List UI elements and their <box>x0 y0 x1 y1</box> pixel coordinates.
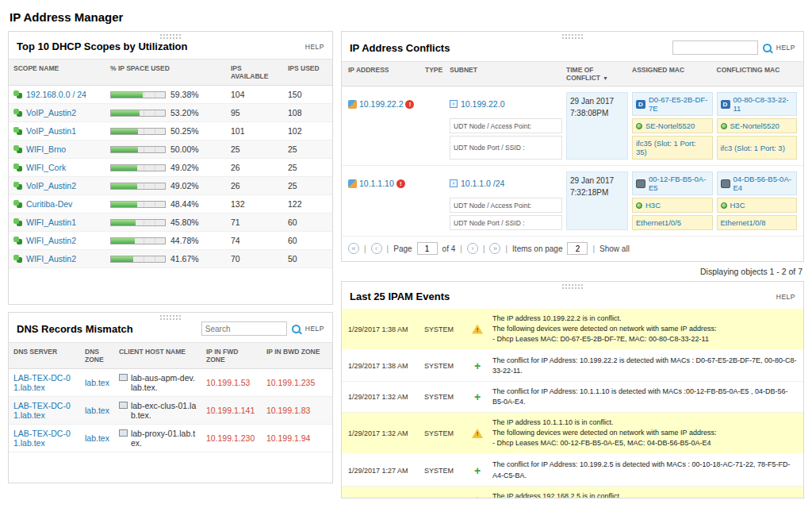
scope-name-link[interactable]: VoIP_Austin1 <box>26 126 76 136</box>
search-input[interactable] <box>201 321 287 336</box>
scope-name-link[interactable]: Curitiba-Dev <box>26 199 72 209</box>
node-up-status-icon <box>636 202 642 209</box>
column-header-assigned-mac[interactable]: ASSIGNED MAC <box>632 66 713 82</box>
dns-server-link[interactable]: LAB-TEX-DC-01.lab.tex <box>13 401 71 420</box>
page-header: IP Address Manager <box>0 0 812 31</box>
ips-available-value: 25 <box>226 140 283 159</box>
column-header-ip-address[interactable]: IP ADDRESS <box>348 66 421 82</box>
assigned-port-link[interactable]: ifc35 (Slot: 1 Port: 35) <box>636 139 709 156</box>
assigned-mac-link[interactable]: 00-12-FB-B5-0A-E5 <box>649 175 709 192</box>
show-all-link[interactable]: Show all <box>599 244 630 253</box>
ips-used-value: 122 <box>283 195 332 214</box>
dns-zone-link[interactable]: lab.tex <box>85 378 109 387</box>
conflict-ip-link[interactable]: 10.1.1.10 <box>359 179 394 188</box>
utilization-percent: 59.38% <box>170 90 199 99</box>
column-header-scope-name[interactable]: SCOPE NAME <box>9 60 105 86</box>
time-of-conflict: 29 Jan 2017 7:32:18PM <box>566 171 628 230</box>
column-header-dns-server[interactable]: DNS SERVER <box>9 343 80 369</box>
ip-address-icon <box>348 100 357 109</box>
conflicting-mac-link[interactable]: 04-DB-56-B5-0A-E4 <box>733 175 794 192</box>
scope-name-link[interactable]: WIFI_Austin1 <box>26 217 76 227</box>
column-header-ips-used[interactable]: IPS USED <box>283 60 332 86</box>
assigned-mac-cell: 00-12-FB-B5-0A-E5 <box>632 171 713 195</box>
column-header-time-of-conflict[interactable]: TIME OF CONFLICT▼ <box>566 66 628 82</box>
scope-name-link[interactable]: VoIP_Austin2 <box>26 181 76 190</box>
ips-used-value: 150 <box>283 86 332 104</box>
items-on-page-label: Items on page <box>512 244 562 253</box>
dns-zone-link[interactable]: lab.tex <box>85 406 109 415</box>
event-row: 1/29/2017 1:27 AM SYSTEM + The conflict … <box>342 455 803 486</box>
conflicting-port-link[interactable]: Ethernet1/0/8 <box>721 218 766 227</box>
scope-name-link[interactable]: WIFI_Brno <box>26 144 66 154</box>
dns-server-link[interactable]: LAB-TEX-DC-01.lab.tex <box>13 373 71 392</box>
first-page-button[interactable] <box>348 243 359 254</box>
drag-handle[interactable] <box>160 315 181 320</box>
ips-available-value: 26 <box>226 177 283 195</box>
utilization-bar <box>110 183 166 190</box>
conflicting-port-link[interactable]: ifc3 (Slot: 1 Port: 3) <box>721 144 785 152</box>
previous-page-button[interactable] <box>371 243 382 254</box>
help-link[interactable]: HELP <box>305 43 324 51</box>
page-number-input[interactable] <box>417 242 438 255</box>
conflicting-node-link[interactable]: SE-Nortel5520 <box>730 121 779 130</box>
subnet-link[interactable]: 10.199.22.0 <box>461 99 504 109</box>
assigned-port-cell: ifc35 (Slot: 1 Port: 35) <box>632 136 713 160</box>
column-header-type[interactable]: TYPE <box>425 66 446 82</box>
drag-handle[interactable] <box>160 34 181 39</box>
assigned-node-link[interactable]: SE-Nortel5520 <box>645 121 695 130</box>
conflicting-mac-link[interactable]: 00-80-C8-33-22-11 <box>733 95 794 113</box>
conflict-time: 7:38:08PM <box>570 107 624 119</box>
utilization-bar <box>110 219 166 226</box>
help-link[interactable]: HELP <box>776 44 795 52</box>
subnet-icon <box>450 100 458 108</box>
utilization-bar <box>110 256 166 263</box>
dns-server-link[interactable]: LAB-TEX-DC-01.lab.tex <box>13 429 71 448</box>
column-header-conflicting-mac[interactable]: CONFLICTING MAC <box>717 66 798 82</box>
udt-port-label: UDT Node Port / SSID : <box>450 136 562 160</box>
subnet-icon <box>450 179 458 187</box>
utilization-bar <box>110 146 166 153</box>
dhcp-scope-row: Curitiba-Dev 48.44% 132 122 <box>9 195 332 214</box>
assigned-port-link[interactable]: Ethernet1/0/5 <box>636 218 681 227</box>
utilization-percent: 50.25% <box>170 126 199 136</box>
scope-name-link[interactable]: VoIP_Austin2 <box>26 108 76 117</box>
event-message: The conflict for IP Address: 10.199.2.5 … <box>492 460 797 480</box>
conflicting-node-link[interactable]: H3C <box>730 201 745 210</box>
utilization-bar <box>110 201 166 208</box>
column-header-ips-available[interactable]: IPS AVAILABLE <box>226 60 283 86</box>
dns-mismatch-row: LAB-TEX-DC-01.lab.tex lab.tex lab-exc-cl… <box>9 397 332 425</box>
help-link[interactable]: HELP <box>776 293 795 301</box>
column-header-ip-space-used[interactable]: % IP SPACE USED <box>105 60 226 86</box>
client-host-name: lab-exc-clus-01.lab.tex. <box>131 401 197 420</box>
subnet-link[interactable]: 10.1.1.0 /24 <box>461 179 504 188</box>
dns-zone-link[interactable]: lab.tex <box>85 433 109 443</box>
drag-handle[interactable] <box>562 284 583 289</box>
assigned-node-link[interactable]: H3C <box>645 201 661 210</box>
column-header-ip-fwd-zone[interactable]: IP IN FWD ZONE <box>201 343 262 369</box>
column-header-ip-bwd-zone[interactable]: IP IN BWD ZONE <box>262 343 332 369</box>
dns-mismatch-panel: DNS Records Mismatch HELP DNS SERVER DNS… <box>8 312 333 483</box>
help-link[interactable]: HELP <box>305 325 324 333</box>
last-page-button[interactable] <box>489 243 500 254</box>
scope-name-link[interactable]: WIFI_Cork <box>26 163 66 172</box>
column-header-client-host-name[interactable]: CLIENT HOST NAME <box>114 343 201 369</box>
scope-name-link[interactable]: WIFI_Austin2 <box>26 254 76 264</box>
conflict-ip-link[interactable]: 10.199.22.2 <box>359 99 403 109</box>
scope-name-link[interactable]: 192.168.0.0 / 24 <box>26 90 86 99</box>
scope-name-link[interactable]: WIFI_Austin2 <box>26 236 76 245</box>
ip-bwd-zone-value: 10.199.1.94 <box>266 433 310 443</box>
search-icon[interactable] <box>763 44 772 52</box>
mac-type-icon: D <box>636 100 645 109</box>
next-page-button[interactable] <box>467 243 478 254</box>
ips-available-value: 104 <box>226 86 283 104</box>
column-header-dns-zone[interactable]: DNS ZONE <box>80 343 114 369</box>
search-input[interactable] <box>672 40 758 55</box>
assigned-mac-link[interactable]: D0-67-E5-2B-DF-7E <box>649 95 709 113</box>
column-header-subnet[interactable]: SUBNET <box>450 66 562 82</box>
items-on-page-input[interactable] <box>567 242 588 255</box>
dhcp-scope-row: WIFI_Austin2 44.78% 74 60 <box>9 232 332 250</box>
ip-bwd-zone-value: 10.199.1.83 <box>266 406 310 415</box>
search-icon[interactable] <box>292 325 301 333</box>
page-of-label: of 4 <box>442 244 456 253</box>
drag-handle[interactable] <box>562 34 583 39</box>
